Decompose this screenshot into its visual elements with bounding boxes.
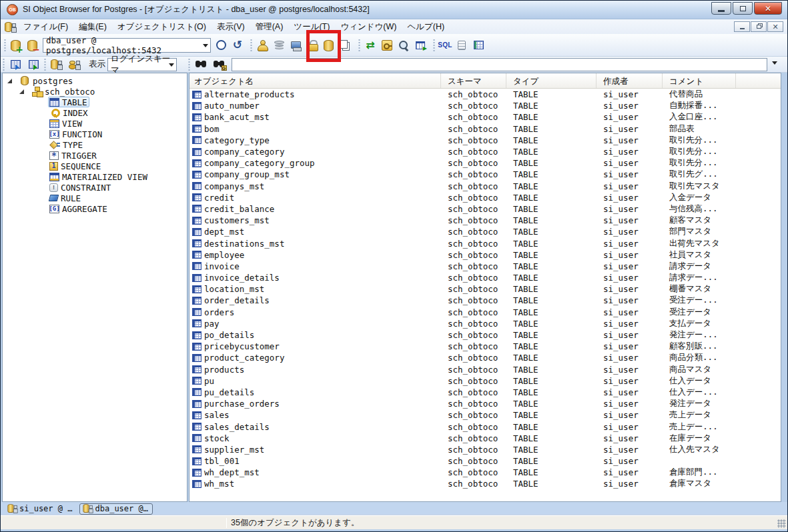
session-tab-2[interactable]: dba_user @… bbox=[79, 503, 152, 515]
table-row[interactable]: pu_detailssch_obtocoTABLEsi_user仕入デー... bbox=[189, 387, 781, 398]
table-row[interactable]: stocksch_obtocoTABLEsi_user在庫データ bbox=[189, 433, 781, 444]
table-row[interactable]: invoicesch_obtocoTABLEsi_user請求データ bbox=[189, 261, 781, 272]
table-row[interactable]: paysch_obtocoTABLEsi_user支払データ bbox=[189, 318, 781, 329]
table-row[interactable]: tbl_001sch_obtocoTABLEsi_user bbox=[189, 455, 781, 467]
minimize-button[interactable] bbox=[711, 2, 731, 15]
table-row[interactable]: credit_balancesch_obtocoTABLEsi_user与信残高… bbox=[189, 203, 781, 215]
table-row[interactable]: pricebycustomersch_obtocoTABLEsi_user顧客別… bbox=[189, 341, 781, 352]
table-row[interactable]: customers_mstsch_obtocoTABLEsi_user顧客マスタ bbox=[189, 215, 781, 226]
tree-item-view[interactable]: VIEW bbox=[3, 118, 187, 129]
column-header-4[interactable]: コメント bbox=[663, 73, 736, 88]
toolbar-button-connect-db[interactable] bbox=[8, 37, 24, 53]
mdi-minimize-button[interactable] bbox=[734, 21, 750, 32]
column-header-0[interactable]: オブジェクト名 bbox=[189, 73, 441, 88]
table-row[interactable]: location_mstsch_obtocoTABLEsi_user棚番マスタ bbox=[189, 283, 781, 295]
toolbar-button-data-grid[interactable] bbox=[470, 37, 486, 53]
menu-item-edit[interactable]: 編集(E) bbox=[73, 20, 112, 34]
table-row[interactable]: creditsch_obtocoTABLEsi_user入金データ bbox=[189, 192, 781, 203]
table-row[interactable]: companys_mstsch_obtocoTABLEsi_user取引先マスタ bbox=[189, 181, 781, 192]
toolbar-button-database-stack[interactable] bbox=[271, 37, 287, 53]
tree-item-table[interactable]: TABLE bbox=[3, 97, 187, 107]
toolbar-button-key[interactable] bbox=[379, 37, 395, 53]
table-row[interactable]: company_categorysch_obtocoTABLEsi_user取引… bbox=[189, 146, 781, 157]
mdi-close-button[interactable]: ✕ bbox=[767, 21, 783, 32]
tree-item-materialized-view[interactable]: MATERIALIZED VIEW bbox=[3, 171, 187, 182]
table-row[interactable]: company_group_mstsch_obtocoTABLEsi_user取… bbox=[189, 169, 781, 180]
table-row[interactable]: company_category_groupsch_obtocoTABLEsi_… bbox=[189, 157, 781, 169]
toolbar-button-user[interactable] bbox=[254, 37, 270, 53]
tree-item-type[interactable]: TYPE bbox=[3, 139, 187, 150]
table-row[interactable]: order_detailssch_obtocoTABLEsi_user受注デー.… bbox=[189, 295, 781, 306]
table-row[interactable]: employeesch_obtocoTABLEsi_user社員マスタ bbox=[189, 249, 781, 261]
toolbar-button-login-users[interactable] bbox=[66, 57, 83, 71]
table-row[interactable]: sales_detailssch_obtocoTABLEsi_user売上デー.… bbox=[189, 421, 781, 432]
toolbar-button-disconnect-db[interactable] bbox=[25, 37, 41, 53]
restore-button[interactable] bbox=[733, 2, 753, 15]
session-tab-1[interactable]: si_user @ … bbox=[4, 503, 77, 515]
tree-item-postgres[interactable]: postgres bbox=[3, 75, 187, 86]
table-row[interactable]: salessch_obtocoTABLEsi_user売上データ bbox=[189, 409, 781, 421]
toolbar-button-lock[interactable] bbox=[304, 37, 320, 53]
toolbar-button-sync[interactable]: ⇄ bbox=[362, 37, 378, 53]
toolbar-button-script[interactable] bbox=[454, 37, 470, 53]
table-row[interactable]: productssch_obtocoTABLEsi_user商品マスタ bbox=[189, 364, 781, 375]
table-row[interactable]: invoice_detailssch_obtocoTABLEsi_user請求デ… bbox=[189, 272, 781, 283]
table-row[interactable]: product_categorysch_obtocoTABLEsi_user商品… bbox=[189, 352, 781, 363]
table-row[interactable]: bomsch_obtocoTABLEsi_user部品表 bbox=[189, 123, 781, 135]
menu-item-file[interactable]: ファイル(F) bbox=[18, 20, 73, 34]
toolbar-button-status-ring[interactable] bbox=[213, 37, 229, 53]
toolbar-button-watch[interactable] bbox=[396, 37, 412, 53]
tree-item-sch-obtoco[interactable]: sch_obtoco bbox=[3, 86, 187, 97]
table-row[interactable]: wh_dept_mstsch_obtocoTABLEsi_user倉庫部門... bbox=[189, 467, 781, 478]
title-bar[interactable]: OB SI Object Browser for Postgres - [オブジ… bbox=[1, 1, 787, 19]
connection-combobox[interactable]: dba_user @ postgres/localhost:5432 bbox=[43, 38, 211, 53]
menu-item-view[interactable]: 表示(V) bbox=[212, 20, 250, 34]
table-row[interactable]: orderssch_obtocoTABLEsi_user受注データ bbox=[189, 307, 781, 318]
table-row[interactable]: auto_numbersch_obtocoTABLEsi_user自動採番... bbox=[189, 100, 781, 111]
tree-item-rule[interactable]: RULE bbox=[3, 193, 187, 203]
table-row[interactable]: dept_mstsch_obtocoTABLEsi_user部門マスタ bbox=[189, 226, 781, 237]
table-row[interactable]: po_detailssch_obtocoTABLEsi_user発注デー... bbox=[189, 329, 781, 341]
table-row[interactable]: alternate_productssch_obtocoTABLEsi_user… bbox=[189, 89, 781, 100]
table-row[interactable]: bank_acut_mstsch_obtocoTABLEsi_user入金口座.… bbox=[189, 111, 781, 123]
menu-item-help[interactable]: ヘルプ(H) bbox=[402, 20, 450, 34]
toolbar-button-find[interactable] bbox=[192, 57, 210, 71]
toolbar-button-table-export[interactable] bbox=[412, 37, 428, 53]
menu-item-window[interactable]: ウィンドウ(W) bbox=[335, 20, 402, 34]
menu-item-tools[interactable]: ツール(T) bbox=[288, 20, 335, 34]
search-input[interactable] bbox=[232, 58, 767, 71]
tree-item-constraint[interactable]: CONSTRAINT bbox=[3, 182, 187, 193]
column-header-1[interactable]: スキーマ bbox=[441, 73, 506, 88]
tree-item-trigger[interactable]: TRIGGER bbox=[3, 150, 187, 161]
toolbar-button-cyltree[interactable] bbox=[48, 57, 65, 71]
toolbar-button-undo[interactable]: ↺ bbox=[230, 37, 246, 53]
resize-grip[interactable] bbox=[777, 519, 786, 528]
table-row[interactable]: supplier_mstsch_obtocoTABLEsi_user仕入先マスタ bbox=[189, 444, 781, 455]
column-header-3[interactable]: 作成者 bbox=[597, 73, 663, 88]
toolbar-button-find-next[interactable]: G bbox=[210, 57, 228, 71]
tree-item-aggregate[interactable]: AGGREGATE bbox=[3, 203, 187, 214]
expander-icon[interactable] bbox=[7, 79, 12, 83]
toolbar-button-tree-view-objects[interactable] bbox=[7, 57, 24, 71]
search-dropdown-button[interactable] bbox=[769, 59, 781, 71]
close-button[interactable]: ✕ bbox=[754, 2, 782, 15]
toolbar-button-sql[interactable]: SQL bbox=[437, 37, 453, 53]
view-mode-combobox[interactable]: ログインスキーマ bbox=[107, 58, 177, 71]
toolbar-button-tree-view-schema[interactable] bbox=[25, 57, 42, 71]
tree-item-function[interactable]: FUNCTION bbox=[3, 129, 187, 139]
menu-item-admin[interactable]: 管理(A) bbox=[250, 20, 289, 34]
table-row[interactable]: wh_mstsch_obtocoTABLEsi_user倉庫マスタ bbox=[189, 478, 781, 489]
expander-icon[interactable] bbox=[19, 89, 24, 94]
table-row[interactable]: purchase_orderssch_obtocoTABLEsi_user発注デ… bbox=[189, 398, 781, 409]
menu-item-object-list[interactable]: オブジェクトリスト(O) bbox=[112, 20, 212, 34]
toolbar-button-copy[interactable] bbox=[338, 37, 354, 53]
table-row[interactable]: pusch_obtocoTABLEsi_user仕入データ bbox=[189, 375, 781, 387]
mdi-restore-button[interactable] bbox=[751, 21, 767, 32]
tree-item-index[interactable]: INDEX bbox=[3, 107, 187, 118]
toolbar-button-computer[interactable] bbox=[288, 37, 304, 53]
tree-item-sequence[interactable]: SEQUENCE bbox=[3, 161, 187, 171]
table-row[interactable]: destinations_mstsch_obtocoTABLEsi_user出荷… bbox=[189, 237, 781, 249]
toolbar-button-database[interactable] bbox=[321, 37, 337, 53]
column-header-2[interactable]: タイプ bbox=[506, 73, 597, 88]
table-row[interactable]: category_typesch_obtocoTABLEsi_user取引先分.… bbox=[189, 135, 781, 146]
